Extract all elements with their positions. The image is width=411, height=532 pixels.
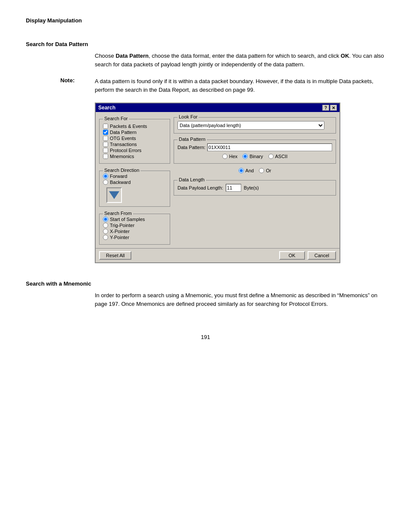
search-direction-title: Search Direction — [103, 168, 140, 173]
payload-unit: Byte(s) — [244, 185, 259, 190]
length-row: Data Payload Length: Byte(s) — [177, 184, 332, 192]
radio-forward[interactable]: Forward — [103, 174, 166, 179]
look-for-select[interactable]: Data (pattern/payload length) — [177, 121, 324, 130]
left-panel: Search For Packets & Events Data Pattern — [99, 115, 170, 245]
radio-x-input[interactable] — [103, 229, 108, 234]
note-label: Note: — [60, 77, 90, 94]
radio-x-pointer[interactable]: X-Pointer — [103, 229, 166, 234]
radio-hex-input[interactable] — [222, 154, 227, 159]
radio-and-label: And — [246, 168, 254, 173]
section1-title: Search for Data Pattern — [26, 41, 385, 47]
checkbox-protocol-label: Protocol Errors — [110, 148, 141, 153]
data-length-group: Data Length Data Payload Length: Byte(s) — [174, 180, 336, 196]
radio-or[interactable]: Or — [259, 168, 271, 173]
checkbox-datapattern-input[interactable] — [103, 130, 108, 135]
checkbox-mnemonics-label: Mnemonics — [110, 154, 134, 159]
data-pattern-group: Data Pattern Data Pattern: Hex Binary — [174, 140, 336, 164]
checkbox-packets-label: Packets & Events — [110, 124, 147, 129]
radio-backward[interactable]: Backward — [103, 180, 166, 185]
help-button[interactable]: ? — [322, 105, 329, 111]
dialog-body: Search For Packets & Events Data Pattern — [96, 112, 339, 248]
checkbox-datapattern-label: Data Pattern — [110, 130, 137, 135]
radio-and-input[interactable] — [239, 168, 244, 173]
payload-input[interactable] — [226, 184, 241, 192]
andor-row: And Or — [174, 168, 336, 174]
section1-bold2: OK — [341, 53, 349, 59]
radio-x-label: X-Pointer — [110, 229, 130, 234]
checkbox-mnemonics[interactable]: Mnemonics — [103, 154, 166, 159]
format-radio-group: Hex Binary ASCII — [177, 154, 332, 160]
radio-trig-label: Trig-Pointer — [110, 223, 134, 228]
checkbox-transactions[interactable]: Transactions — [103, 142, 166, 147]
section2-title: Search with a Mnemonic — [26, 280, 385, 287]
checkbox-otg-input[interactable] — [103, 136, 108, 141]
section1-body: Choose Data Pattern, choose the data for… — [95, 52, 385, 68]
search-from-group: Search From Start of Samples Trig-Pointe… — [99, 214, 170, 245]
checkbox-mnemonics-input[interactable] — [103, 154, 108, 159]
ok-button[interactable]: OK — [279, 251, 305, 260]
dialog-titlebar: Search ? ✕ — [96, 103, 339, 112]
checkbox-transactions-label: Transactions — [110, 142, 137, 147]
section2-body: In order to perform a search using a Mne… — [95, 291, 385, 308]
radio-backward-input[interactable] — [103, 180, 108, 185]
dialog-title: Search — [98, 105, 115, 111]
section1-para1b: , choose the data format, enter the data… — [149, 53, 341, 59]
dialog-container: Search ? ✕ Search For Packets & Events — [95, 103, 385, 263]
search-from-title: Search From — [103, 211, 133, 216]
note-text: A data pattern is found only if it is wi… — [95, 77, 385, 94]
radio-hex[interactable]: Hex — [222, 154, 238, 159]
pattern-input[interactable] — [207, 143, 332, 151]
search-for-title: Search For — [103, 116, 129, 121]
checkbox-protocol-input[interactable] — [103, 148, 108, 153]
radio-y-label: Y-Pointer — [110, 235, 129, 240]
checkbox-protocol[interactable]: Protocol Errors — [103, 148, 166, 153]
search-direction-group: Search Direction Forward Backward — [99, 171, 170, 207]
radio-start-of-samples[interactable]: Start of Samples — [103, 217, 166, 222]
radio-backward-label: Backward — [110, 180, 131, 185]
radio-or-label: Or — [266, 168, 271, 173]
arrow-down-icon — [109, 191, 119, 199]
radio-trig-pointer[interactable]: Trig-Pointer — [103, 223, 166, 228]
radio-trig-input[interactable] — [103, 223, 108, 228]
search-for-group: Search For Packets & Events Data Pattern — [99, 119, 170, 164]
radio-y-input[interactable] — [103, 235, 108, 240]
pattern-row: Data Pattern: — [177, 143, 332, 151]
cancel-button[interactable]: Cancel — [308, 251, 336, 260]
radio-binary-label: Binary — [249, 154, 263, 159]
radio-or-input[interactable] — [259, 168, 264, 173]
right-panel: Look For Data (pattern/payload length) D… — [174, 115, 336, 245]
radio-ascii[interactable]: ASCII — [268, 154, 288, 159]
close-button[interactable]: ✕ — [330, 105, 337, 111]
radio-hex-label: Hex — [229, 154, 238, 159]
checkbox-otg[interactable]: OTG Events — [103, 136, 166, 141]
radio-forward-label: Forward — [110, 174, 127, 179]
data-length-title: Data Length — [177, 177, 206, 182]
search-for-items: Packets & Events Data Pattern OTG Events — [103, 124, 166, 159]
payload-label: Data Payload Length: — [177, 185, 223, 190]
checkbox-packets-input[interactable] — [103, 124, 108, 129]
dialog-bottom: Reset All OK Cancel — [96, 248, 339, 262]
radio-ascii-input[interactable] — [268, 154, 274, 159]
look-for-title: Look For — [177, 114, 199, 119]
note-row: Note: A data pattern is found only if it… — [60, 77, 385, 94]
arrow-down-button[interactable] — [106, 187, 122, 203]
radio-y-pointer[interactable]: Y-Pointer — [103, 235, 166, 240]
checkbox-transactions-input[interactable] — [103, 142, 108, 147]
checkbox-otg-label: OTG Events — [110, 136, 136, 141]
pattern-label: Data Pattern: — [177, 145, 206, 150]
radio-binary-input[interactable] — [243, 154, 248, 159]
reset-all-button[interactable]: Reset All — [99, 251, 131, 260]
page-number: 191 — [26, 334, 385, 340]
radio-ascii-label: ASCII — [275, 154, 288, 159]
data-pattern-title: Data Pattern — [177, 137, 207, 142]
ok-cancel-group: OK Cancel — [279, 251, 336, 260]
checkbox-packets[interactable]: Packets & Events — [103, 124, 166, 129]
section1-bold1: Data Pattern — [115, 53, 149, 59]
page-title: Display Manipulation — [26, 17, 385, 24]
radio-start-input[interactable] — [103, 217, 108, 222]
radio-forward-input[interactable] — [103, 174, 108, 179]
radio-start-label: Start of Samples — [110, 217, 145, 222]
radio-and[interactable]: And — [239, 168, 254, 173]
radio-binary[interactable]: Binary — [243, 154, 263, 159]
checkbox-datapattern[interactable]: Data Pattern — [103, 130, 166, 135]
